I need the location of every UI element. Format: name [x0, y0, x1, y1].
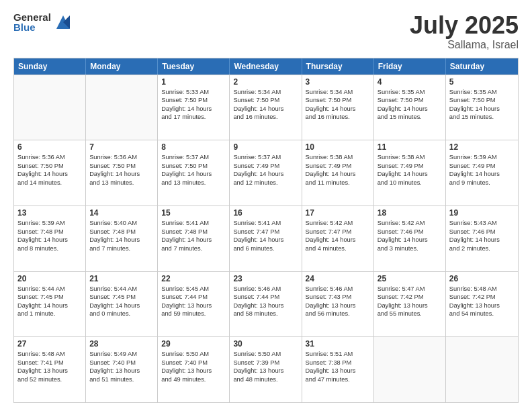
cell-line: Sunrise: 5:42 AM — [306, 219, 370, 228]
calendar-cell-r3c3: 23Sunrise: 5:46 AMSunset: 7:44 PMDayligh… — [230, 272, 302, 337]
cell-line: Sunset: 7:47 PM — [306, 228, 370, 236]
cell-line: Daylight: 14 hours — [306, 170, 370, 179]
cell-line: Sunset: 7:45 PM — [17, 293, 82, 302]
cell-line: Sunrise: 5:43 AM — [449, 219, 515, 228]
cell-line: and 8 minutes. — [17, 244, 82, 253]
header-day-sunday: Sunday — [14, 58, 86, 75]
cell-line: Daylight: 14 hours — [233, 170, 298, 179]
cell-line: and 6 minutes. — [233, 244, 298, 253]
cell-line: Sunset: 7:40 PM — [89, 359, 154, 367]
cell-line: Daylight: 14 hours — [161, 170, 226, 179]
calendar-cell-r2c2: 15Sunrise: 5:41 AMSunset: 7:48 PMDayligh… — [158, 206, 230, 271]
cell-line: Sunrise: 5:36 AM — [89, 153, 154, 162]
calendar-cell-r4c3: 30Sunrise: 5:50 AMSunset: 7:39 PMDayligh… — [230, 337, 302, 402]
cell-line: Daylight: 13 hours — [161, 367, 226, 375]
calendar-cell-r4c1: 28Sunrise: 5:49 AMSunset: 7:40 PMDayligh… — [86, 337, 158, 402]
cell-line: and 4 minutes. — [306, 244, 370, 253]
cell-line: and 13 minutes. — [89, 179, 154, 187]
cell-line: and 59 minutes. — [161, 310, 226, 318]
day-number: 18 — [378, 208, 442, 218]
cell-line: Daylight: 14 hours — [233, 236, 298, 244]
cell-line: and 10 minutes. — [378, 179, 442, 187]
day-number: 12 — [449, 142, 515, 152]
calendar-cell-r1c6: 12Sunrise: 5:39 AMSunset: 7:49 PMDayligh… — [446, 140, 518, 205]
calendar-cell-r1c4: 10Sunrise: 5:38 AMSunset: 7:49 PMDayligh… — [302, 140, 374, 205]
day-number: 30 — [233, 339, 298, 349]
calendar-cell-r4c0: 27Sunrise: 5:48 AMSunset: 7:41 PMDayligh… — [14, 337, 86, 402]
calendar-title: July 2025 — [410, 12, 519, 39]
cell-line: Daylight: 13 hours — [233, 367, 298, 375]
cell-line: Sunset: 7:38 PM — [306, 359, 370, 367]
cell-line: and 3 minutes. — [378, 244, 442, 253]
logo-text: General Blue — [13, 12, 51, 32]
cell-line: Sunrise: 5:44 AM — [89, 285, 154, 293]
cell-line: and 11 minutes. — [306, 179, 370, 187]
calendar-cell-r4c6 — [446, 337, 518, 402]
logo-blue: Blue — [13, 22, 51, 32]
header-day-friday: Friday — [374, 58, 446, 75]
calendar-cell-r2c1: 14Sunrise: 5:40 AMSunset: 7:48 PMDayligh… — [86, 206, 158, 271]
cell-line: Sunrise: 5:38 AM — [378, 153, 442, 162]
day-number: 14 — [89, 208, 154, 218]
cell-line: Daylight: 14 hours — [306, 236, 370, 244]
day-number: 16 — [233, 208, 298, 218]
day-number: 8 — [161, 142, 226, 152]
cell-line: Daylight: 13 hours — [378, 302, 442, 310]
cell-line: Sunset: 7:50 PM — [449, 96, 515, 105]
cell-line: Daylight: 14 hours — [449, 105, 515, 113]
cell-line: Sunrise: 5:41 AM — [161, 219, 226, 228]
page: General Blue July 2025 Sallama, Israel S… — [0, 0, 532, 411]
day-number: 26 — [449, 274, 515, 283]
header-day-monday: Monday — [86, 58, 158, 75]
cell-line: and 2 minutes. — [449, 244, 515, 253]
calendar-cell-r3c5: 25Sunrise: 5:47 AMSunset: 7:42 PMDayligh… — [374, 272, 446, 337]
cell-line: Daylight: 14 hours — [89, 170, 154, 179]
cell-line: Daylight: 13 hours — [17, 367, 82, 375]
day-number: 19 — [449, 208, 515, 218]
cell-line: Sunrise: 5:50 AM — [161, 350, 226, 359]
cell-line: Sunset: 7:44 PM — [233, 293, 298, 302]
cell-line: Daylight: 14 hours — [233, 105, 298, 113]
cell-line: and 13 minutes. — [161, 179, 226, 187]
calendar-row-4: 27Sunrise: 5:48 AMSunset: 7:41 PMDayligh… — [14, 336, 518, 402]
cell-line: Sunset: 7:50 PM — [306, 96, 370, 105]
cell-line: Sunset: 7:49 PM — [233, 162, 298, 171]
cell-line: Daylight: 14 hours — [89, 302, 154, 310]
calendar-cell-r3c2: 22Sunrise: 5:45 AMSunset: 7:44 PMDayligh… — [158, 272, 230, 337]
header-day-thursday: Thursday — [302, 58, 374, 75]
calendar-cell-r3c1: 21Sunrise: 5:44 AMSunset: 7:45 PMDayligh… — [86, 272, 158, 337]
calendar-cell-r2c5: 18Sunrise: 5:42 AMSunset: 7:46 PMDayligh… — [374, 206, 446, 271]
day-number: 20 — [17, 274, 82, 283]
day-number: 21 — [89, 274, 154, 283]
cell-line: and 12 minutes. — [233, 179, 298, 187]
day-number: 9 — [233, 142, 298, 152]
cell-line: and 51 minutes. — [89, 375, 154, 384]
calendar-cell-r3c0: 20Sunrise: 5:44 AMSunset: 7:45 PMDayligh… — [14, 272, 86, 337]
day-number: 6 — [17, 142, 82, 152]
day-number: 2 — [233, 77, 298, 87]
calendar-subtitle: Sallama, Israel — [410, 39, 519, 51]
calendar-cell-r4c4: 31Sunrise: 5:51 AMSunset: 7:38 PMDayligh… — [302, 337, 374, 402]
calendar-cell-r1c2: 8Sunrise: 5:37 AMSunset: 7:50 PMDaylight… — [158, 140, 230, 205]
calendar-row-1: 6Sunrise: 5:36 AMSunset: 7:50 PMDaylight… — [14, 140, 518, 205]
cell-line: and 55 minutes. — [378, 310, 442, 318]
calendar-cell-r0c3: 2Sunrise: 5:34 AMSunset: 7:50 PMDaylight… — [230, 75, 302, 140]
cell-line: Sunset: 7:50 PM — [233, 96, 298, 105]
cell-line: Daylight: 14 hours — [306, 105, 370, 113]
calendar-cell-r4c5 — [374, 337, 446, 402]
day-number: 10 — [306, 142, 370, 152]
cell-line: Daylight: 14 hours — [161, 236, 226, 244]
cell-line: Sunrise: 5:37 AM — [233, 153, 298, 162]
logo: General Blue — [13, 12, 73, 32]
cell-line: Sunrise: 5:36 AM — [17, 153, 82, 162]
calendar-header-row: SundayMondayTuesdayWednesdayThursdayFrid… — [14, 58, 518, 75]
logo-general: General — [13, 12, 51, 22]
cell-line: Daylight: 14 hours — [17, 170, 82, 179]
cell-line: Daylight: 14 hours — [161, 105, 226, 113]
cell-line: and 56 minutes. — [306, 310, 370, 318]
cell-line: Sunset: 7:50 PM — [89, 162, 154, 171]
cell-line: and 7 minutes. — [161, 244, 226, 253]
day-number: 23 — [233, 274, 298, 283]
cell-line: Daylight: 13 hours — [449, 302, 515, 310]
day-number: 27 — [17, 339, 82, 349]
